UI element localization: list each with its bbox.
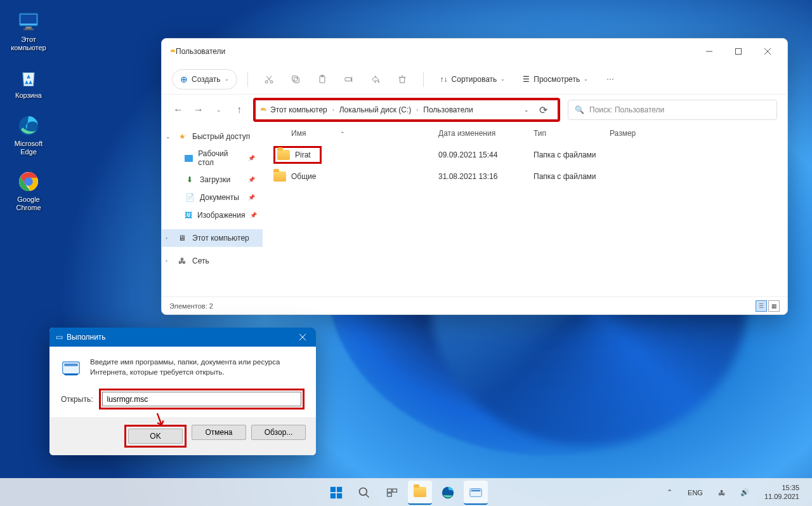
chevron-right-icon: › <box>166 235 167 241</box>
sidebar-this-pc[interactable]: › 🖥 Этот компьютер <box>162 229 263 247</box>
system-tray: ⌃ ENG 🖧 🔊 15:35 11.09.2021 <box>663 481 812 503</box>
run-dialog: ▭ Выполнить Введите имя программы, папки… <box>49 328 316 455</box>
sort-icon: ↑↓ <box>440 75 448 84</box>
file-list: Имя ⌃ Дата изменения Тип Размер Pirat 09… <box>263 125 787 296</box>
separator <box>247 72 248 87</box>
svg-rect-1 <box>20 15 36 23</box>
svg-rect-27 <box>64 364 77 366</box>
download-icon: ⬇ <box>185 175 195 185</box>
run-title: Выполнить <box>67 333 106 342</box>
svg-point-32 <box>360 488 367 495</box>
breadcrumb-highlighted: › Этот компьютер › Локальный диск (C:) ›… <box>253 98 560 122</box>
recent-dropdown[interactable]: ⌄ <box>213 103 225 116</box>
close-button[interactable] <box>293 330 312 345</box>
taskbar-run[interactable] <box>464 481 488 505</box>
taskbar-explorer[interactable] <box>408 481 432 505</box>
search-input[interactable]: 🔍 Поиск: Пользователи <box>568 100 777 120</box>
refresh-button[interactable]: ⟳ <box>534 104 553 116</box>
sidebar-label: Загрузки <box>200 175 230 184</box>
breadcrumb-item[interactable]: Пользователи <box>419 103 476 117</box>
rename-button[interactable] <box>338 69 360 90</box>
desktop-icon-chrome[interactable]: Google Chrome <box>6 166 51 215</box>
share-button[interactable] <box>365 69 386 90</box>
delete-button[interactable] <box>391 69 413 90</box>
start-button[interactable] <box>324 481 348 505</box>
file-row[interactable]: Pirat 09.09.2021 15:44 Папка с файлами <box>263 142 787 168</box>
desktop-icon-label: Microsoft Edge <box>9 140 48 156</box>
cancel-button[interactable]: Отмена <box>192 425 246 440</box>
view-button[interactable]: ☰ Просмотреть ⌄ <box>516 71 594 88</box>
sidebar-item-downloads[interactable]: ⬇ Загрузки 📌 <box>162 171 263 189</box>
explorer-titlebar[interactable]: Пользователи <box>162 39 787 64</box>
run-open-label: Открыть: <box>61 395 93 404</box>
tray-date: 11.09.2021 <box>764 493 799 501</box>
column-date[interactable]: Дата изменения <box>438 129 534 138</box>
taskbar-edge[interactable] <box>436 481 460 505</box>
back-button[interactable]: ← <box>172 103 185 116</box>
svg-rect-29 <box>337 486 342 491</box>
sort-button[interactable]: ↑↓ Сортировать ⌄ <box>434 71 512 88</box>
breadcrumb-item[interactable]: Этот компьютер <box>266 103 331 117</box>
browse-button[interactable]: Обзор... <box>251 425 306 440</box>
ok-button[interactable]: OK <box>128 429 183 444</box>
pin-icon: 📌 <box>250 212 257 218</box>
breadcrumb-dropdown[interactable]: ⌄ <box>519 107 534 113</box>
view-details-button[interactable]: ☰ <box>756 300 767 312</box>
pin-icon: 📌 <box>248 176 255 183</box>
tray-volume-icon[interactable]: 🔊 <box>737 486 753 499</box>
column-size[interactable]: Размер <box>610 129 660 138</box>
column-type[interactable]: Тип <box>534 129 610 138</box>
desktop-icon-this-pc[interactable]: Этот компьютер <box>6 6 51 55</box>
tray-chevron[interactable]: ⌃ <box>663 486 676 499</box>
desktop-icon-edge[interactable]: Microsoft Edge <box>6 110 51 159</box>
explorer-toolbar: ⊕ Создать ⌄ ↑↓ Сортировать ⌄ ☰ Просмотре… <box>162 64 787 95</box>
sidebar-item-pictures[interactable]: 🖼 Изображения 📌 <box>162 206 263 224</box>
network-icon: 🖧 <box>177 256 187 266</box>
star-icon: ★ <box>177 131 187 142</box>
file-name: Pirat <box>295 150 311 159</box>
sidebar-quick-access[interactable]: ⌄ ★ Быстрый доступ <box>162 128 263 145</box>
folder-icon <box>414 487 426 497</box>
sidebar-label: Быстрый доступ <box>192 132 250 141</box>
more-button[interactable]: ⋯ <box>599 69 621 90</box>
sidebar-item-desktop[interactable]: Рабочий стол 📌 <box>162 145 263 171</box>
breadcrumb-item[interactable]: Локальный диск (C:) <box>336 103 416 117</box>
sidebar-label: Рабочий стол <box>198 149 243 167</box>
minimize-button[interactable] <box>695 41 724 62</box>
pin-icon: 📌 <box>248 155 255 161</box>
forward-button[interactable]: → <box>192 103 205 116</box>
view-label: Просмотреть <box>534 75 580 84</box>
cut-button[interactable] <box>258 69 280 90</box>
run-input-highlighted <box>99 389 304 409</box>
folder-icon <box>273 171 286 182</box>
breadcrumb[interactable]: Этот компьютер › Локальный диск (C:) › П… <box>266 103 519 117</box>
taskbar-taskview[interactable] <box>380 481 404 505</box>
tray-network-icon[interactable]: 🖧 <box>714 486 729 499</box>
column-headers: Имя ⌃ Дата изменения Тип Размер <box>263 125 787 142</box>
chevron-down-icon: ⌄ <box>166 133 171 140</box>
sidebar-label: Документы <box>200 193 239 202</box>
copy-button[interactable] <box>285 69 306 90</box>
folder-icon <box>277 150 290 160</box>
maximize-button[interactable] <box>724 41 753 62</box>
taskbar-search[interactable] <box>352 481 376 505</box>
sidebar-item-documents[interactable]: 📄 Документы 📌 <box>162 189 263 206</box>
view-icons-button[interactable]: ▦ <box>768 300 780 312</box>
paste-button[interactable] <box>311 69 333 90</box>
explorer-sidebar: ⌄ ★ Быстрый доступ Рабочий стол 📌 ⬇ Загр… <box>162 125 263 296</box>
sidebar-network[interactable]: › 🖧 Сеть <box>162 252 263 270</box>
close-button[interactable] <box>753 41 782 62</box>
file-date: 31.08.2021 13:16 <box>438 172 534 181</box>
svg-rect-3 <box>23 29 34 30</box>
up-button[interactable]: ↑ <box>233 103 246 116</box>
column-name[interactable]: Имя ⌃ <box>273 129 438 138</box>
new-button[interactable]: ⊕ Создать ⌄ <box>172 69 237 90</box>
tray-language[interactable]: ENG <box>684 486 707 499</box>
run-titlebar[interactable]: ▭ Выполнить <box>49 328 316 347</box>
svg-rect-39 <box>471 489 481 491</box>
separator <box>423 72 424 87</box>
run-input[interactable] <box>102 392 301 406</box>
tray-clock[interactable]: 15:35 11.09.2021 <box>761 481 803 503</box>
file-row[interactable]: Общие 31.08.2021 13:16 Папка с файлами <box>263 168 787 185</box>
desktop-icon-recycle-bin[interactable]: Корзина <box>6 62 51 102</box>
